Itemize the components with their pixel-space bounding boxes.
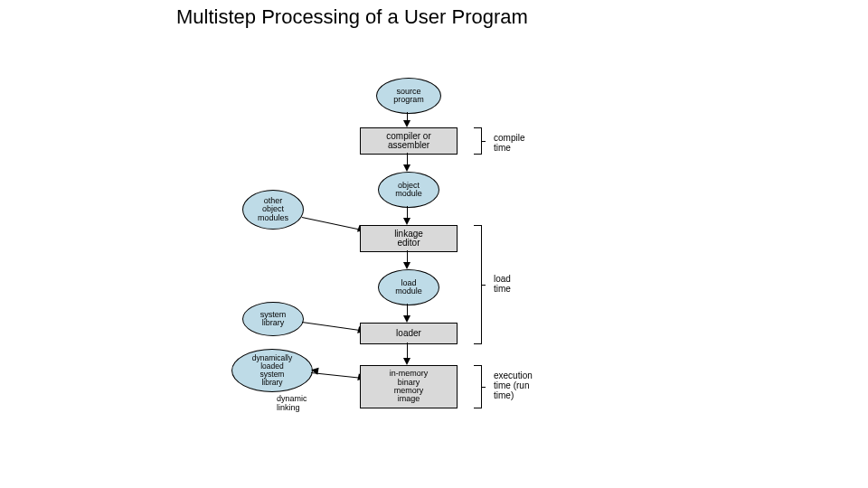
edge: [407, 206, 408, 219]
node-other-object-modules: otherobjectmodules: [242, 190, 304, 230]
node-source-program: sourceprogram: [376, 78, 441, 114]
phase-compile-time: compiletime: [494, 133, 524, 153]
arrowhead-icon: [403, 315, 410, 323]
node-linkage-editor: linkageeditor: [360, 225, 458, 252]
arrowhead-icon: [403, 358, 410, 365]
arrowhead-icon: [403, 120, 410, 127]
edge: [302, 217, 364, 231]
phase-execution-time: executiontime (runtime): [494, 371, 533, 400]
node-system-library: systemlibrary: [242, 302, 304, 336]
edge: [407, 153, 408, 165]
edge: [407, 343, 408, 359]
phase-load-time: loadtime: [494, 274, 511, 294]
node-object-module: objectmodule: [378, 172, 439, 208]
arrowhead-icon: [403, 262, 410, 269]
diagram-canvas: sourceprogram compiler orassembler objec…: [0, 0, 868, 488]
node-dynamic-library: dynamicallyloadedsystemlibrary: [231, 349, 313, 392]
brace-icon: [474, 225, 482, 344]
node-load-module: loadmodule: [378, 269, 439, 305]
edge: [302, 322, 364, 332]
arrowhead-icon: [403, 164, 410, 172]
node-compiler: compiler orassembler: [360, 127, 458, 155]
edge: [407, 304, 408, 316]
label-dynamic-linking: dynamiclinking: [277, 394, 307, 412]
arrowhead-icon: [403, 218, 410, 225]
node-memory-image: in-memorybinarymemoryimage: [360, 365, 458, 408]
brace-icon: [474, 127, 482, 155]
arrowhead-icon: [310, 366, 318, 374]
edge: [407, 250, 408, 263]
brace-icon: [474, 365, 482, 408]
node-loader: loader: [360, 323, 458, 344]
